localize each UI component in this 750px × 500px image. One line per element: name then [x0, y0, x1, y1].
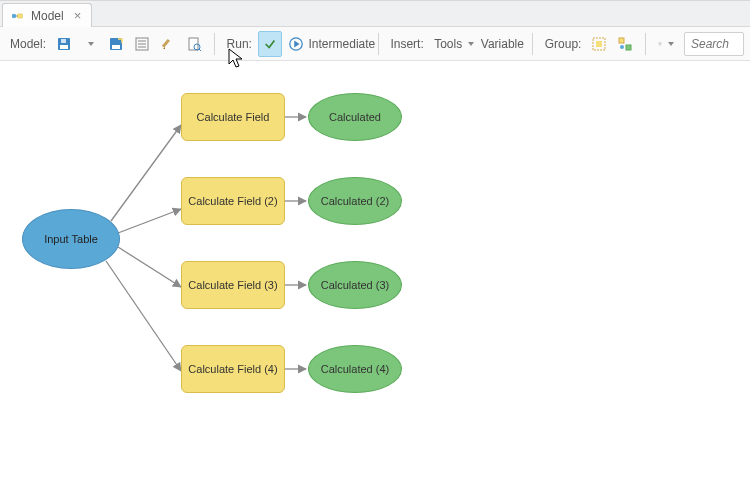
- run-label: Run:: [223, 37, 256, 51]
- node-calculate-field-1[interactable]: Calculate Field: [181, 93, 285, 141]
- node-calculated-3[interactable]: Calculated (3): [308, 261, 402, 309]
- tab-model[interactable]: Model ×: [2, 3, 92, 27]
- node-label: Calculated (3): [321, 279, 389, 291]
- group-button[interactable]: [587, 31, 611, 57]
- svg-rect-23: [596, 41, 602, 47]
- filter-button[interactable]: [654, 31, 678, 57]
- svg-rect-25: [626, 45, 631, 50]
- svg-line-15: [199, 49, 201, 51]
- report-button[interactable]: [182, 31, 206, 57]
- search-container: [684, 32, 744, 56]
- svg-rect-24: [619, 38, 624, 43]
- svg-line-29: [118, 247, 181, 287]
- svg-rect-1: [18, 14, 23, 18]
- node-label: Calculate Field (2): [188, 195, 277, 207]
- properties-button[interactable]: [130, 31, 154, 57]
- node-calculate-field-4[interactable]: Calculate Field (4): [181, 345, 285, 393]
- separator: [378, 33, 379, 55]
- separator: [214, 33, 215, 55]
- toolbar: Model: Run: Intermediate Insert: Tools V…: [0, 27, 750, 61]
- model-label: Model:: [6, 37, 50, 51]
- intermediate-button[interactable]: Intermediate: [310, 31, 370, 57]
- modelbuilder-icon: [11, 9, 25, 23]
- svg-rect-5: [61, 39, 66, 43]
- tools-label: Tools: [434, 37, 462, 51]
- svg-rect-7: [112, 45, 120, 49]
- save-dropdown[interactable]: [78, 31, 102, 57]
- save-as-button[interactable]: [104, 31, 128, 57]
- variable-button[interactable]: Variable: [477, 31, 525, 57]
- node-label: Calculated: [329, 111, 381, 123]
- group-label: Group:: [541, 37, 586, 51]
- ungroup-button[interactable]: [613, 31, 637, 57]
- variable-label: Variable: [481, 37, 524, 51]
- intermediate-label: Intermediate: [309, 37, 376, 51]
- run-button[interactable]: [284, 31, 308, 57]
- node-calculated-1[interactable]: Calculated: [308, 93, 402, 141]
- node-calculated-2[interactable]: Calculated (2): [308, 177, 402, 225]
- svg-point-26: [620, 45, 624, 49]
- node-input-table[interactable]: Input Table: [22, 209, 120, 269]
- node-label: Calculate Field (3): [188, 279, 277, 291]
- model-canvas[interactable]: Input Table Calculate Field Calculate Fi…: [0, 61, 750, 500]
- svg-line-30: [106, 261, 181, 371]
- node-label: Calculated (4): [321, 363, 389, 375]
- separator: [645, 33, 646, 55]
- tools-button[interactable]: Tools: [430, 31, 475, 57]
- save-button[interactable]: [52, 31, 76, 57]
- separator: [532, 33, 533, 55]
- node-label: Calculated (2): [321, 195, 389, 207]
- svg-rect-12: [162, 38, 170, 47]
- svg-rect-4: [60, 45, 68, 49]
- search-input[interactable]: [684, 32, 744, 56]
- node-label: Calculate Field (4): [188, 363, 277, 375]
- svg-line-28: [118, 209, 181, 233]
- node-label: Calculate Field: [197, 111, 270, 123]
- svg-line-27: [111, 125, 181, 221]
- close-icon[interactable]: ×: [74, 8, 82, 23]
- validate-button[interactable]: [258, 31, 282, 57]
- node-calculate-field-2[interactable]: Calculate Field (2): [181, 177, 285, 225]
- svg-point-0: [12, 13, 16, 17]
- insert-label: Insert:: [386, 37, 427, 51]
- tab-strip: Model ×: [0, 1, 750, 27]
- node-label: Input Table: [44, 233, 98, 245]
- node-calculated-4[interactable]: Calculated (4): [308, 345, 402, 393]
- environments-button[interactable]: [156, 31, 180, 57]
- tab-label: Model: [31, 9, 64, 23]
- node-calculate-field-3[interactable]: Calculate Field (3): [181, 261, 285, 309]
